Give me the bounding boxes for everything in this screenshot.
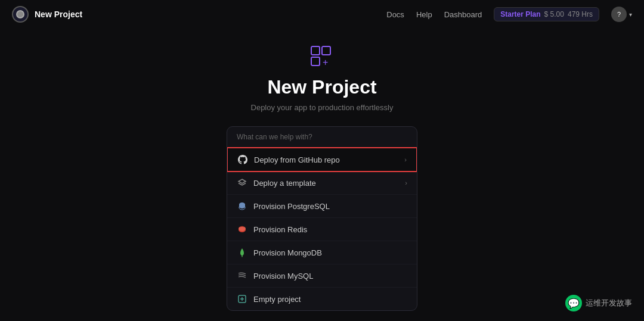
logo-icon bbox=[12, 6, 29, 23]
page-heading: New Project bbox=[267, 76, 376, 98]
header-right: Docs Help Dashboard Starter Plan $ 5.00 … bbox=[386, 7, 632, 22]
menu-item-empty[interactable]: Empty project bbox=[227, 288, 417, 310]
empty-project-icon bbox=[237, 294, 247, 304]
svg-text:+: + bbox=[323, 57, 328, 67]
menu-item-template-left: Deploy a template bbox=[237, 177, 316, 188]
plan-amount: $ 5.00 bbox=[544, 10, 564, 18]
mongodb-icon bbox=[237, 247, 247, 258]
header: New Project Docs Help Dashboard Starter … bbox=[0, 0, 644, 29]
menu-item-redis-left: Provision Redis bbox=[237, 224, 307, 235]
svg-rect-0 bbox=[311, 46, 320, 55]
github-icon bbox=[237, 154, 248, 165]
new-project-icon: + bbox=[310, 45, 334, 67]
plan-hrs: 479 Hrs bbox=[568, 10, 593, 18]
menu-item-github-left: Deploy from GitHub repo bbox=[237, 154, 340, 165]
menu-item-template-label: Deploy a template bbox=[253, 179, 316, 188]
redis-icon bbox=[237, 224, 247, 235]
mysql-icon bbox=[237, 270, 247, 281]
nav-help[interactable]: Help bbox=[416, 10, 432, 19]
menu-item-empty-label: Empty project bbox=[253, 295, 301, 304]
menu-item-github-label: Deploy from GitHub repo bbox=[254, 155, 340, 164]
chevron-down-icon: ▾ bbox=[629, 11, 632, 18]
options-card: What can we help with? Deploy from GitHu… bbox=[227, 126, 417, 311]
avatar-button[interactable]: ? ▾ bbox=[611, 7, 632, 22]
menu-item-postgres-left: Provision PostgreSQL bbox=[237, 201, 330, 211]
svg-rect-2 bbox=[311, 57, 320, 66]
chevron-right-icon-template: › bbox=[405, 179, 407, 186]
menu-item-mongodb-label: Provision MongoDB bbox=[253, 248, 322, 257]
menu-item-redis-label: Provision Redis bbox=[253, 225, 307, 234]
svg-rect-1 bbox=[322, 46, 330, 55]
menu-item-redis[interactable]: Provision Redis bbox=[227, 218, 417, 241]
postgres-icon bbox=[237, 201, 247, 211]
menu-item-template[interactable]: Deploy a template › bbox=[227, 172, 417, 195]
menu-item-mongodb-left: Provision MongoDB bbox=[237, 247, 322, 258]
page-subtitle: Deploy your app to production effortless… bbox=[251, 103, 394, 112]
menu-item-postgres-label: Provision PostgreSQL bbox=[253, 202, 330, 211]
menu-item-mysql-label: Provision MySQL bbox=[253, 272, 313, 281]
nav-docs[interactable]: Docs bbox=[386, 10, 404, 19]
avatar: ? bbox=[611, 7, 627, 22]
card-header: What can we help with? bbox=[227, 127, 417, 148]
menu-item-mysql[interactable]: Provision MySQL bbox=[227, 264, 417, 288]
layers-icon bbox=[237, 177, 247, 188]
main-content: + New Project Deploy your app to product… bbox=[0, 29, 644, 311]
svg-point-7 bbox=[239, 226, 246, 231]
menu-item-empty-left: Empty project bbox=[237, 294, 301, 304]
nav-dashboard[interactable]: Dashboard bbox=[444, 10, 482, 19]
chevron-right-icon-github: › bbox=[404, 156, 407, 163]
plan-name: Starter Plan bbox=[500, 10, 540, 18]
header-left: New Project bbox=[12, 6, 82, 23]
header-title: New Project bbox=[35, 10, 82, 19]
svg-marker-4 bbox=[239, 179, 246, 183]
menu-item-mysql-left: Provision MySQL bbox=[237, 270, 313, 281]
menu-item-mongodb[interactable]: Provision MongoDB bbox=[227, 241, 417, 264]
menu-item-postgres[interactable]: Provision PostgreSQL bbox=[227, 195, 417, 218]
plan-badge[interactable]: Starter Plan $ 5.00 479 Hrs bbox=[494, 7, 599, 21]
menu-item-github[interactable]: Deploy from GitHub repo › bbox=[227, 147, 417, 172]
